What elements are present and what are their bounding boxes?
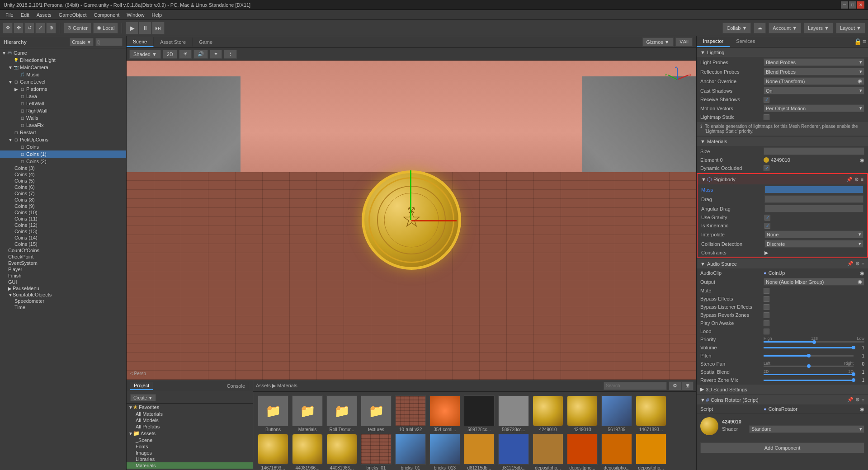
- asset-item-23[interactable]: depositpho...: [635, 434, 667, 470]
- coins-settings-button[interactable]: ⚙: [855, 397, 860, 403]
- hierarchy-item-coins14[interactable]: Coins (14): [0, 235, 126, 241]
- asset-item-17[interactable]: bricks_013: [429, 434, 461, 470]
- assets-folder[interactable]: ▼ 📁 Assets: [127, 430, 253, 437]
- hierarchy-item-restart[interactable]: ◻ Restart: [0, 129, 126, 136]
- reflection-probes-dropdown[interactable]: Blend Probes ▾: [764, 68, 864, 75]
- hierarchy-item-finish[interactable]: Finish: [0, 273, 126, 279]
- audio-pin-button[interactable]: 📌: [847, 261, 854, 267]
- output-dropdown[interactable]: None (Audio Mixer Group) ◉: [764, 278, 864, 286]
- hierarchy-item-coins3[interactable]: Coins (3): [0, 165, 126, 171]
- asset-item-13[interactable]: 44081966...: [291, 434, 324, 470]
- center-button[interactable]: ⊙ Center: [64, 23, 91, 33]
- assets-options-button[interactable]: ⚙: [669, 381, 681, 390]
- maximize-button[interactable]: □: [849, 1, 856, 9]
- asset-item-2[interactable]: 📁Roll Textur...: [326, 395, 358, 432]
- asset-item-6[interactable]: 589728cc...: [463, 395, 495, 432]
- shader-dropdown[interactable]: Standard ▾: [749, 425, 864, 433]
- coins-menu-button[interactable]: ≡: [862, 397, 864, 403]
- inspector-lock-button[interactable]: 🔒: [854, 38, 862, 45]
- pitch-track[interactable]: [764, 355, 854, 357]
- materials-item[interactable]: Materials: [127, 462, 253, 469]
- asset-item-15[interactable]: bricks_01: [360, 434, 392, 470]
- tab-game[interactable]: Game: [193, 38, 219, 47]
- hierarchy-item-lavafix[interactable]: ◻ LavaFix: [0, 122, 126, 129]
- loop-checkbox[interactable]: [764, 329, 769, 334]
- stereo-thumb[interactable]: [807, 364, 811, 368]
- hierarchy-item-music[interactable]: 🎵 Music: [0, 71, 126, 78]
- images-item[interactable]: Images: [127, 450, 253, 456]
- 2d-button[interactable]: 2D: [163, 50, 177, 59]
- lighting-section-header[interactable]: ▼ Lighting: [697, 48, 868, 57]
- asset-item-9[interactable]: 4249010: [566, 395, 599, 432]
- asset-item-1[interactable]: 📁Materials: [291, 395, 324, 432]
- priority-slider-thumb[interactable]: [812, 340, 816, 344]
- step-button[interactable]: ⏭: [152, 22, 165, 34]
- asset-item-3[interactable]: 📁textures: [360, 395, 392, 432]
- audio-menu-button[interactable]: ≡: [862, 261, 864, 267]
- menu-help[interactable]: Help: [148, 11, 165, 19]
- play-on-awake-checkbox[interactable]: [764, 320, 769, 326]
- tab-project[interactable]: Project: [130, 382, 153, 390]
- tab-scene[interactable]: Scene: [127, 37, 154, 47]
- all-prefabs-item[interactable]: All Prefabs: [127, 423, 253, 430]
- asset-item-4[interactable]: 10-rubl-v22: [394, 395, 427, 432]
- asset-item-12[interactable]: 14671893...: [257, 434, 289, 470]
- mass-input[interactable]: 1: [764, 186, 863, 193]
- audio-button[interactable]: 🔊: [193, 50, 208, 59]
- menu-edit[interactable]: Edit: [17, 11, 33, 19]
- bypass-listener-checkbox[interactable]: [764, 304, 769, 310]
- angular-drag-input[interactable]: 0.05: [764, 205, 863, 212]
- fonts-item[interactable]: Fonts: [127, 443, 253, 450]
- rigidbody-pin-button[interactable]: 📌: [846, 177, 853, 183]
- hierarchy-item-coins[interactable]: ◻ Coins: [0, 143, 126, 150]
- coins-pin-button[interactable]: 📌: [847, 397, 854, 403]
- bypass-effects-checkbox[interactable]: [764, 296, 769, 302]
- rect-tool[interactable]: ⊕: [46, 23, 56, 33]
- local-button[interactable]: ◉ Local: [93, 23, 118, 33]
- volume-track[interactable]: [764, 347, 854, 348]
- output-picker[interactable]: ◉: [858, 279, 862, 285]
- asset-item-0[interactable]: 📁Buttons: [257, 395, 289, 432]
- constraints-arrow[interactable]: ▶: [764, 250, 768, 256]
- pause-button[interactable]: ⏸: [139, 22, 151, 34]
- hierarchy-item-pickupcoins[interactable]: ▼ ◻ PickUpCoins: [0, 136, 126, 143]
- tab-asset-store[interactable]: Asset Store: [154, 38, 193, 47]
- assets-layout-button[interactable]: ⊞: [681, 381, 693, 390]
- hierarchy-item-maincamera[interactable]: ▼ 📷 MainCamera: [0, 64, 126, 71]
- hierarchy-item-walls[interactable]: ◻ Walls: [0, 114, 126, 122]
- window-controls[interactable]: ─ □ ✕: [841, 1, 864, 9]
- lightmap-static-checkbox[interactable]: [764, 114, 769, 120]
- priority-slider-track[interactable]: [764, 341, 864, 343]
- all-models-item[interactable]: All Models: [127, 417, 253, 423]
- anchor-override-dropdown[interactable]: None (Transform) ◉: [764, 77, 864, 85]
- hierarchy-create-button[interactable]: Create ▼: [70, 38, 94, 46]
- rigidbody-section-header[interactable]: ▼ ⬡ Rigidbody 📌 ⚙ ≡: [698, 174, 867, 184]
- element0-picker-icon[interactable]: ◉: [860, 157, 864, 163]
- hierarchy-item-coins8[interactable]: Coins (8): [0, 197, 126, 203]
- hierarchy-item-eventsystem[interactable]: EventSystem: [0, 260, 126, 266]
- asset-item-5[interactable]: 354-comi...: [429, 395, 461, 432]
- hierarchy-item-coins9[interactable]: Coins (9): [0, 203, 126, 209]
- receive-shadows-checkbox[interactable]: [764, 97, 769, 103]
- lighting-button[interactable]: ☀: [179, 50, 192, 59]
- menu-assets[interactable]: Assets: [33, 11, 55, 19]
- mute-checkbox[interactable]: [764, 288, 769, 294]
- assets-search-input[interactable]: [604, 382, 667, 390]
- size-input[interactable]: 1: [764, 147, 864, 155]
- reverb-track[interactable]: [764, 380, 854, 381]
- hierarchy-item-pausemenu[interactable]: ▶ PauseMenu: [0, 285, 126, 291]
- tab-inspector[interactable]: Inspector: [697, 36, 730, 47]
- menu-component[interactable]: Component: [90, 11, 123, 19]
- close-button[interactable]: ✕: [857, 1, 864, 9]
- hierarchy-item-gui[interactable]: GUI: [0, 279, 126, 285]
- hierarchy-search-input[interactable]: [95, 38, 123, 46]
- hierarchy-item-coins11[interactable]: Coins (11): [0, 216, 126, 222]
- project-create-button[interactable]: Create ▼: [130, 394, 156, 401]
- materials-section-header[interactable]: ▼ Materials: [697, 137, 868, 146]
- audio-settings-button[interactable]: ⚙: [855, 261, 860, 267]
- fx-button[interactable]: ✦: [210, 50, 222, 59]
- rigidbody-menu-button[interactable]: ≡: [861, 177, 863, 183]
- coins-rotator-header[interactable]: ▼ # Coins Rotator (Script) 📌 ⚙ ≡: [697, 395, 868, 404]
- asset-item-8[interactable]: 4249010: [532, 395, 564, 432]
- asset-item-7[interactable]: 589728cc...: [497, 395, 530, 432]
